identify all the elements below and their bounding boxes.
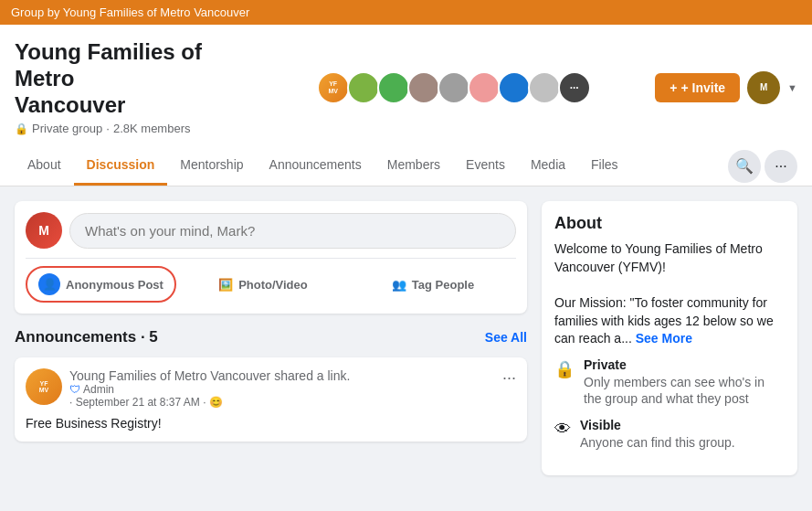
group-meta: 🔒 Private group · 2.8K members [15,122,252,135]
photo-video-button[interactable]: 🖼️ Photo/Video [180,266,346,303]
about-description: Welcome to Young Families of Metro Vanco… [554,240,785,348]
private-title: Private [584,357,785,372]
eye-icon: 👁 [554,420,571,439]
avatar [468,71,501,104]
ann-post-text: Free Business Registry! [26,416,516,431]
about-visible-item: 👁 Visible Anyone can find this group. [554,418,785,451]
more-button[interactable]: ··· [765,150,797,183]
see-all-link[interactable]: See All [485,330,527,345]
group-nav: About Discussion Mentorship Announcement… [15,146,797,186]
member-avatars: YFMV ··· [317,71,591,104]
ann-avatar: YFMV [26,368,62,405]
nav-icons: 🔍 ··· [728,150,797,183]
left-column: M 👤 Anonymous Post 🖼️ Photo/Video 👥 Tag … [15,201,527,474]
invite-label: + Invite [680,80,725,95]
anonymous-icon: 👤 [38,273,60,295]
post-input-row: M [26,212,516,249]
avatar: ··· [558,71,591,104]
photo-icon: 🖼️ [218,278,233,292]
tab-announcements[interactable]: Announcements [257,146,374,186]
tab-files[interactable]: Files [578,146,631,186]
banner-text: Group by Young Families of Metro Vancouv… [11,5,249,19]
top-banner: Group by Young Families of Metro Vancouv… [0,0,812,25]
ann-time: · September 21 at 8:37 AM · 😊 [69,396,502,409]
tab-discussion[interactable]: Discussion [74,146,168,186]
avatar [528,71,561,104]
visible-title: Visible [580,418,735,432]
tab-mentorship[interactable]: Mentorship [167,146,256,186]
see-more-link[interactable]: See More [636,331,692,346]
tag-people-button[interactable]: 👥 Tag People [350,266,516,303]
group-title: Young Families of Metro Vancouver [15,39,252,118]
right-column: About Welcome to Young Families of Metro… [542,201,797,474]
visible-desc: Anyone can find this group. [580,434,735,451]
group-header-top: Young Families of Metro Vancouver 🔒 Priv… [15,39,797,135]
lock-icon: 🔒 [15,122,28,135]
avatar [377,71,410,104]
tag-people-label: Tag People [412,278,474,292]
group-header: Young Families of Metro Vancouver 🔒 Priv… [0,25,812,186]
header-right: + + Invite M ▼ [655,71,797,104]
invite-button[interactable]: + + Invite [655,73,740,102]
avatar [498,71,531,104]
photo-video-label: Photo/Video [238,278,308,292]
about-sidebar: About Welcome to Young Families of Metro… [542,201,797,474]
avatar [347,71,380,104]
post-input[interactable] [69,213,516,249]
anonymous-post-label: Anonymous Post [66,278,163,292]
group-info: Young Families of Metro Vancouver 🔒 Priv… [15,39,252,135]
more-options-button[interactable]: ··· [502,368,516,388]
plus-icon: + [670,80,677,95]
lock-icon: 🔒 [554,359,575,379]
anonymous-post-button[interactable]: 👤 Anonymous Post [26,266,176,303]
ann-name: Young Families of Metro Vancouver shared… [69,368,502,383]
ann-admin: 🛡 Admin [69,383,502,396]
ann-header: YFMV Young Families of Metro Vancouver s… [26,368,516,409]
ann-info: Young Families of Metro Vancouver shared… [69,368,502,409]
avatar [407,71,440,104]
user-avatar[interactable]: M [747,71,780,104]
announcements-title: Announcements · 5 [15,328,158,346]
announcements-section: Announcements · 5 See All YFMV Young Fam… [15,328,527,442]
tab-events[interactable]: Events [453,146,518,186]
about-sidebar-title: About [554,214,785,233]
avatar: YFMV [317,71,350,104]
post-box: M 👤 Anonymous Post 🖼️ Photo/Video 👥 Tag … [15,201,527,314]
about-private-item: 🔒 Private Only members can see who's in … [554,357,785,407]
admin-shield-icon: 🛡 [69,383,80,396]
tab-members[interactable]: Members [374,146,453,186]
search-button[interactable]: 🔍 [728,150,761,183]
tab-media[interactable]: Media [518,146,578,186]
tab-about[interactable]: About [15,146,74,186]
post-user-avatar: M [26,212,62,249]
tag-icon: 👥 [392,278,406,292]
announcements-header: Announcements · 5 See All [15,328,527,346]
chevron-down-icon[interactable]: ▼ [787,82,797,93]
post-actions: 👤 Anonymous Post 🖼️ Photo/Video 👥 Tag Pe… [26,258,516,303]
private-desc: Only members can see who's in the group … [584,374,785,407]
avatar [438,71,470,104]
main-content: M 👤 Anonymous Post 🖼️ Photo/Video 👥 Tag … [0,186,812,489]
announcement-item: YFMV Young Families of Metro Vancouver s… [15,357,527,442]
